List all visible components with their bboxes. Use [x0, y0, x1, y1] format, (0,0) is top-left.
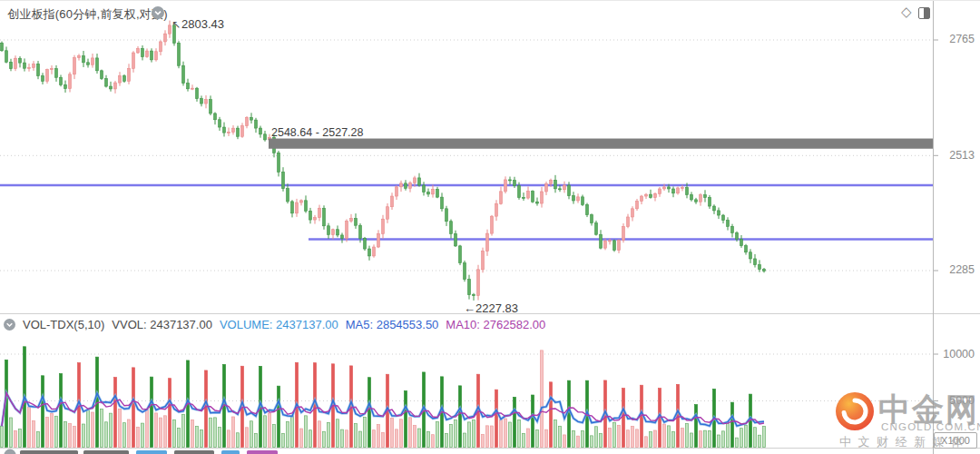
- ma5-value: MA5: 2854553.50: [346, 318, 439, 331]
- diamond-icon[interactable]: ◇: [901, 4, 912, 20]
- resistance-zone-bar: [269, 139, 933, 149]
- volume-unit-box: X1000: [934, 432, 977, 449]
- price-tick-2285: 2285: [935, 263, 975, 276]
- chart-canvas[interactable]: [0, 1, 980, 454]
- peak-annotation: ↖2803.43: [172, 17, 224, 31]
- price-gridlines: [0, 40, 933, 271]
- price-tick-2765: 2765: [935, 33, 975, 45]
- chevron-down-circle-icon[interactable]: [152, 6, 164, 19]
- vvol-value: VVOL: 2437137.00: [112, 318, 212, 331]
- volume-panel-header: VOL-TDX(5,10) VVOL: 2437137.00 VOLUME: 2…: [4, 318, 545, 331]
- indicator-name[interactable]: VOL-TDX(5,10): [23, 318, 104, 331]
- volume-gridlines: [0, 354, 933, 401]
- volume-value: VOLUME: 2437137.00: [220, 318, 338, 331]
- clipped-next-panel-header: [5, 449, 279, 454]
- chevron-down-circle-icon[interactable]: [4, 319, 15, 331]
- peak-arrow-icon: ↖: [172, 18, 181, 31]
- low-annotation: ←2227.83: [464, 301, 518, 315]
- price-tick-2513: 2513: [935, 149, 975, 162]
- volume-tick-5000: 5000: [935, 394, 975, 407]
- chart-window: 创业板指(60分钟,前复权,对数) ◇ 2765 2513 2285 ↖2803…: [0, 0, 980, 454]
- chart-title[interactable]: 创业板指(60分钟,前复权,对数): [7, 6, 168, 23]
- split-window-icon[interactable]: [918, 7, 930, 19]
- candlestick-series: [1, 21, 766, 301]
- resistance-range-label: 2548.64 - 2527.28: [271, 126, 363, 139]
- ma10-value: MA10: 2762582.00: [446, 318, 545, 331]
- volume-tick-10000: 10000: [935, 348, 975, 360]
- support-lines: [0, 185, 933, 239]
